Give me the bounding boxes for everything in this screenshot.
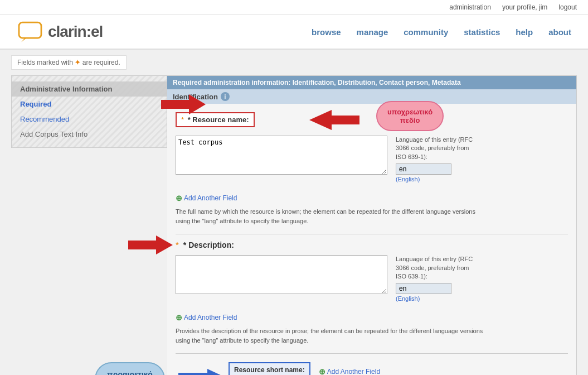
add-another-link-1[interactable]: ⊕ Add Another Field bbox=[176, 194, 237, 203]
add-another-link-short-name[interactable]: ⊕ Add Another Field bbox=[319, 367, 380, 375]
plus-icon-3: ⊕ bbox=[319, 367, 325, 375]
main-form: Required administration information: Ide… bbox=[167, 75, 577, 375]
blue-arrow-short-name bbox=[178, 368, 223, 375]
info-icon[interactable]: i bbox=[221, 92, 230, 101]
sidebar: Administrative Information Required Reco… bbox=[11, 75, 167, 148]
add-another-label-short-name: Add Another Field bbox=[327, 368, 380, 375]
svg-marker-3 bbox=[309, 110, 359, 130]
logout-link[interactable]: logout bbox=[558, 3, 577, 11]
lang-label: Language of this entry (RFC 3066 code, p… bbox=[396, 136, 479, 161]
nav-statistics[interactable]: statistics bbox=[464, 27, 500, 37]
administration-link[interactable]: administration bbox=[449, 3, 491, 11]
content-area: Administrative Information Required Reco… bbox=[11, 75, 577, 375]
red-arrow-resource-name bbox=[309, 109, 359, 131]
bottom-row: προαιρετικόπεδίο Resource short name: ⊕ bbox=[176, 362, 568, 375]
lang-display: (English) bbox=[396, 176, 479, 182]
description-lang-label: Language of this entry (RFC 3066 code, p… bbox=[396, 255, 479, 281]
profile-link[interactable]: your profile, jim bbox=[502, 3, 547, 11]
description-lang-box: Language of this entry (RFC 3066 code, p… bbox=[396, 255, 479, 302]
red-arrow-required bbox=[161, 93, 206, 116]
resource-short-name-area: Resource short name: ⊕ Add Another Field bbox=[229, 362, 380, 375]
nav-help[interactable]: help bbox=[516, 27, 533, 37]
resource-name-textarea-row: Test corpus Language of this entry (RFC … bbox=[176, 136, 568, 182]
lang-input[interactable] bbox=[396, 164, 451, 175]
add-another-label-2: Add Another Field bbox=[184, 314, 237, 321]
description-lang-input[interactable] bbox=[396, 283, 451, 294]
logo-icon bbox=[17, 21, 43, 43]
description-textarea-row: Language of this entry (RFC 3066 code, p… bbox=[176, 255, 568, 302]
divider-2 bbox=[176, 353, 568, 354]
sidebar-recommended-label: Recommended bbox=[20, 115, 69, 123]
svg-rect-0 bbox=[19, 22, 41, 38]
logo: clarin:el bbox=[17, 21, 103, 43]
plus-icon-2: ⊕ bbox=[176, 313, 182, 322]
logo-text: clarin:el bbox=[48, 23, 103, 41]
resource-name-star: * bbox=[181, 116, 184, 124]
main-nav: browse manage community statistics help … bbox=[312, 27, 571, 37]
add-another-label-1: Add Another Field bbox=[184, 194, 237, 202]
required-note-text: Fields marked with bbox=[17, 59, 73, 66]
resource-short-name-label: Resource short name: bbox=[234, 366, 305, 374]
required-asterisk: ✦ bbox=[75, 59, 82, 66]
sidebar-required[interactable]: Required bbox=[12, 97, 167, 112]
resource-short-name-label-box: Resource short name: bbox=[229, 362, 310, 375]
tooltip-required-text: υποχρεωτικόπεδίο bbox=[387, 108, 433, 124]
red-arrow-description bbox=[128, 234, 173, 256]
add-another-resource-name: ⊕ Add Another Field bbox=[176, 191, 568, 203]
sidebar-wrapper: Administrative Information Required Reco… bbox=[11, 75, 167, 375]
sidebar-required-label: Required bbox=[20, 100, 51, 108]
textarea-lang-wrapper: Test corpus Language of this entry (RFC … bbox=[176, 136, 479, 182]
description-label: * Description: bbox=[183, 241, 234, 249]
form-header: Required administration information: Ide… bbox=[167, 76, 576, 89]
tooltip-optional-text: προαιρετικόπεδίο bbox=[107, 370, 153, 375]
nav-about[interactable]: about bbox=[548, 27, 571, 37]
page-wrapper: Fields marked with ✦ are required. Admin… bbox=[0, 50, 588, 375]
svg-marker-4 bbox=[128, 235, 173, 254]
nav-manage[interactable]: manage bbox=[357, 27, 388, 37]
description-textarea[interactable] bbox=[176, 255, 387, 294]
resource-name-help: The full name by which the resource is k… bbox=[176, 207, 488, 225]
description-lang-display: (English) bbox=[396, 295, 479, 302]
required-note-text2: are required. bbox=[82, 59, 120, 66]
optional-tooltip: προαιρετικόπεδίο bbox=[95, 362, 165, 375]
sidebar-recommended[interactable]: Recommended bbox=[12, 112, 167, 127]
divider-1 bbox=[176, 234, 568, 234]
description-row: * * Description: bbox=[176, 240, 568, 249]
nav-community[interactable]: community bbox=[404, 27, 448, 37]
top-bar: administration your profile, jim logout bbox=[0, 0, 588, 15]
svg-marker-2 bbox=[161, 94, 206, 114]
sidebar-corpus[interactable]: Add Corpus Text Info bbox=[12, 127, 167, 142]
svg-marker-5 bbox=[178, 369, 223, 375]
description-textarea-lang-wrapper: Language of this entry (RFC 3066 code, p… bbox=[176, 255, 479, 302]
add-another-link-2[interactable]: ⊕ Add Another Field bbox=[176, 313, 237, 322]
nav-browse[interactable]: browse bbox=[312, 27, 341, 37]
sidebar-corpus-label: Add Corpus Text Info bbox=[20, 130, 88, 138]
plus-icon-1: ⊕ bbox=[176, 194, 182, 203]
header: clarin:el browse manage community statis… bbox=[0, 15, 588, 50]
resource-name-lang-box: Language of this entry (RFC 3066 code, p… bbox=[396, 136, 479, 182]
form-body: * * Resource name: υποχρεωτικόπεδίο bbox=[167, 104, 576, 375]
sidebar-section-title: Administrative Information bbox=[12, 81, 167, 97]
resource-name-textarea[interactable]: Test corpus bbox=[176, 136, 387, 175]
required-tooltip: υποχρεωτικόπεδίο bbox=[376, 101, 444, 131]
resource-name-label: * Resource name: bbox=[188, 116, 249, 124]
description-help: Provides the description of the resource… bbox=[176, 326, 488, 345]
add-another-description: ⊕ Add Another Field bbox=[176, 310, 568, 322]
required-note: Fields marked with ✦ are required. bbox=[11, 55, 127, 70]
description-star: * bbox=[176, 240, 179, 249]
form-section: Identification i bbox=[167, 89, 576, 104]
resource-name-row: * * Resource name: υποχρεωτικόπεδίο bbox=[176, 112, 568, 127]
